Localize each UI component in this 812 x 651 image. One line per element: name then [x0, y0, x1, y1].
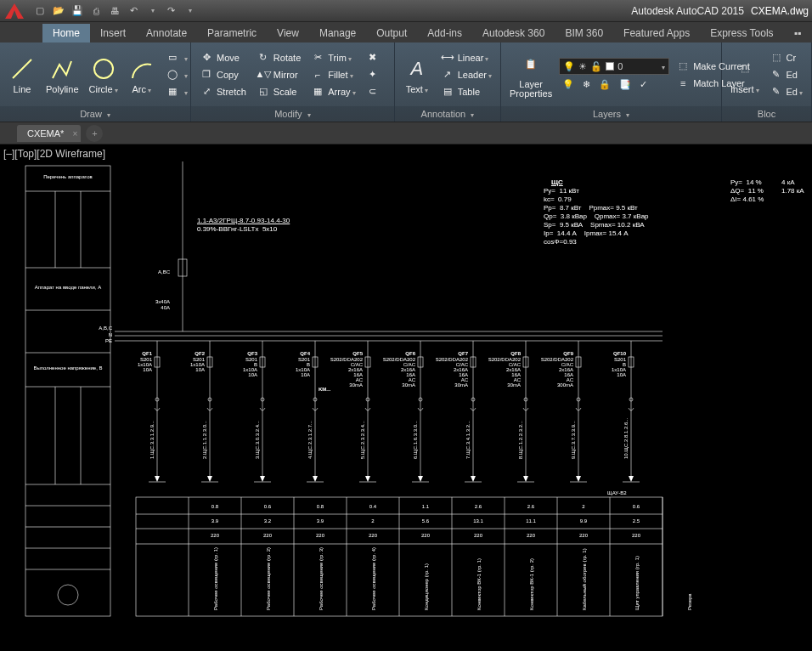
title-bar: ▢ 📂 💾 ⎙ 🖶 ↶ ↷ Autodesk AutoCAD 2015 CXEM… [0, 0, 812, 22]
tool-table[interactable]: ▤Table [437, 84, 495, 99]
line-icon [8, 55, 36, 82]
layer-color-swatch [606, 62, 614, 71]
tab-featured[interactable]: Featured Apps [613, 24, 700, 42]
tool-edit[interactable]: ✎Ed [766, 67, 806, 82]
svg-marker-47 [260, 476, 265, 482]
leader-icon: ↗ [441, 68, 454, 82]
bus-label: A,BC [158, 269, 171, 275]
tab-a360[interactable]: Autodesk 360 [472, 24, 555, 42]
table-icon: ▤ [441, 85, 454, 99]
tool-linear[interactable]: ⟷Linear [437, 50, 495, 65]
tab-overflow[interactable]: ▪▪ [784, 24, 812, 42]
tab-bim360[interactable]: BIM 360 [555, 24, 613, 42]
svg-text:0.6: 0.6 [633, 504, 640, 509]
layer-dropdown[interactable]: 💡☀🔓0 [559, 58, 669, 75]
svg-marker-27 [155, 476, 160, 482]
tool-trim[interactable]: ✂Trim [307, 50, 358, 65]
tool-erase[interactable]: ✖ [363, 50, 383, 65]
qat-plot-icon[interactable]: 🖶 [107, 3, 122, 19]
layer-btn-1[interactable]: 💡 [559, 78, 578, 91]
tab-view[interactable]: View [267, 24, 309, 42]
svg-text:3.2: 3.2 [264, 518, 272, 524]
tab-annotate[interactable]: Annotate [136, 24, 197, 42]
svg-text:Кабельный обогрев (гр. 1): Кабельный обогрев (гр. 1) [582, 548, 587, 610]
tool-copy[interactable]: ❐Copy [196, 67, 250, 82]
svg-line-0 [13, 59, 31, 78]
tool-text[interactable]: AText [400, 54, 434, 96]
panel-annotation-title: Annotation [421, 109, 466, 119]
tool-insert[interactable]: ⬚Insert [727, 54, 763, 96]
app-logo[interactable] [3, 2, 29, 20]
drawing-canvas[interactable]: [–][Top][2D Wireframe] ЩС Pу= 11 кВт kс=… [0, 144, 812, 651]
qat-new-icon[interactable]: ▢ [32, 3, 48, 19]
svg-text:QF7: QF7 [458, 351, 468, 356]
busleft-1: A,B,C [99, 326, 112, 331]
qat-save-icon[interactable]: 💾 [70, 3, 85, 19]
copy-icon: ❐ [200, 68, 213, 82]
layer-btn-4[interactable]: 📑 [616, 78, 634, 91]
legend-h3: Выполненное напряжение, В [34, 365, 103, 371]
move-icon: ✥ [200, 51, 213, 65]
svg-text:10A: 10A [143, 367, 152, 372]
tool-stretch[interactable]: ⤢Stretch [196, 84, 250, 99]
tab-express[interactable]: Express Tools [700, 24, 783, 42]
svg-text:2.6: 2.6 [527, 504, 535, 509]
tool-layerprops[interactable]: 📋Layer Properties [506, 49, 555, 100]
doctab-add[interactable]: + [86, 125, 103, 142]
tab-addins[interactable]: Add-ins [417, 24, 472, 42]
tool-move[interactable]: ✥Move [196, 50, 250, 65]
tool-circle[interactable]: Circle [86, 54, 121, 96]
tool-ellipse[interactable]: ◯ [162, 67, 191, 82]
close-icon[interactable]: × [73, 129, 78, 139]
array-icon: ▦ [311, 85, 324, 99]
doctab-cxema[interactable]: CXEMA*× [17, 125, 81, 142]
tool-polyline[interactable]: Polyline [42, 54, 82, 96]
svg-text:220: 220 [369, 533, 378, 538]
layer-btn-5[interactable]: ✓ [636, 78, 651, 91]
qat-open-icon[interactable]: 📂 [51, 3, 66, 19]
svg-text:1.1: 1.1 [422, 504, 430, 509]
svg-text:2: 2 [582, 504, 585, 509]
svg-text:0.6: 0.6 [264, 504, 272, 509]
svg-text:3.ЩС.3.0.3.2.4...: 3.ЩС.3.0.3.2.4... [255, 421, 260, 459]
qat-undo-icon[interactable]: ↶ [126, 3, 141, 19]
tool-rotate[interactable]: ↻Rotate [253, 50, 304, 65]
svg-text:220: 220 [211, 533, 220, 538]
tool-rect[interactable]: ▭ [162, 50, 191, 65]
svg-text:2.6: 2.6 [475, 504, 482, 509]
svg-marker-58 [313, 476, 318, 482]
qat-undo-dropdown[interactable] [144, 3, 160, 19]
tool-arc[interactable]: Arc [125, 54, 159, 96]
tab-output[interactable]: Output [366, 24, 417, 42]
makecurrent-icon: ⬚ [676, 59, 690, 73]
svg-text:QF1: QF1 [142, 351, 152, 356]
svg-text:30mA: 30mA [349, 382, 363, 388]
qat-redo-icon[interactable]: ↷ [163, 3, 178, 19]
svg-text:2.ЩС.1.1.2.3.0...: 2.ЩС.1.1.2.3.0... [202, 421, 207, 459]
svg-text:Рабочее освещение (гр. 3): Рабочее освещение (гр. 3) [319, 547, 324, 610]
layer-btn-3[interactable]: 🔒 [595, 78, 614, 91]
tool-line[interactable]: Line [5, 54, 39, 96]
svg-text:10A: 10A [617, 372, 626, 377]
tool-array[interactable]: ▦Array [307, 84, 358, 99]
tool-mirror[interactable]: ▲▽Mirror [253, 67, 304, 82]
tab-manage[interactable]: Manage [309, 24, 366, 42]
tool-scale[interactable]: ◱Scale [253, 84, 304, 99]
tool-leader[interactable]: ↗Leader [437, 67, 495, 82]
tool-explode[interactable]: ✦ [363, 67, 383, 82]
tab-parametric[interactable]: Parametric [197, 24, 267, 42]
layer-btn-2[interactable]: ❄ [579, 78, 594, 91]
svg-marker-37 [207, 476, 212, 482]
qat-saveas-icon[interactable]: ⎙ [88, 3, 104, 19]
tool-editattr[interactable]: ✎Ed [766, 84, 806, 99]
tool-create[interactable]: ⬚Cr [766, 50, 806, 65]
svg-text:6.ЩС.1.6.3.3.0...: 6.ЩС.1.6.3.3.0... [413, 421, 418, 459]
tool-fillet[interactable]: ⌐Fillet [307, 67, 358, 82]
tool-offset[interactable]: ⊂ [363, 84, 383, 99]
qat-redo-dropdown[interactable] [182, 3, 197, 19]
feeder-l1: 3x40A [155, 299, 170, 304]
tool-hatch[interactable]: ▦ [162, 84, 191, 99]
tab-home[interactable]: Home [42, 24, 90, 42]
tab-insert[interactable]: Insert [90, 24, 136, 42]
svg-marker-109 [523, 476, 528, 482]
